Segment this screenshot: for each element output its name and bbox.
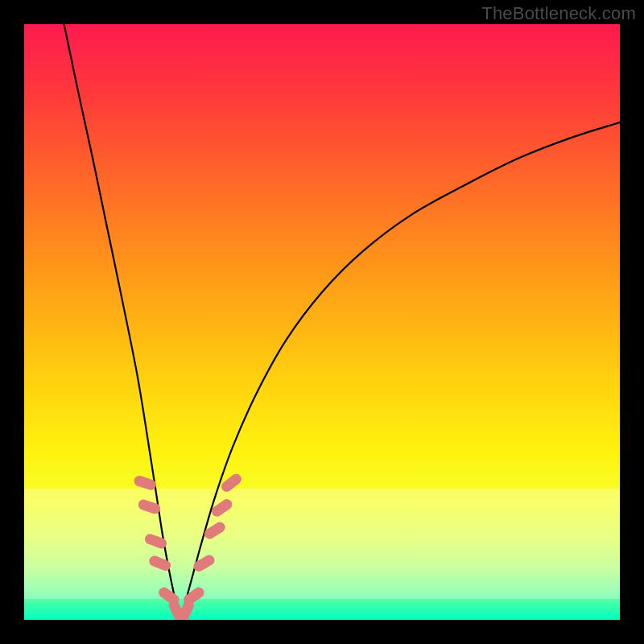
data-markers (133, 472, 244, 620)
watermark-text: TheBottleneck.com (481, 3, 636, 24)
marker-3 (147, 554, 172, 572)
marker-8 (192, 553, 217, 573)
marker-9 (202, 520, 227, 541)
bottleneck-curve (64, 24, 620, 616)
marker-2 (143, 532, 168, 550)
plot-area (24, 24, 620, 620)
chart-svg (24, 24, 620, 620)
outer-frame: TheBottleneck.com (0, 0, 644, 644)
